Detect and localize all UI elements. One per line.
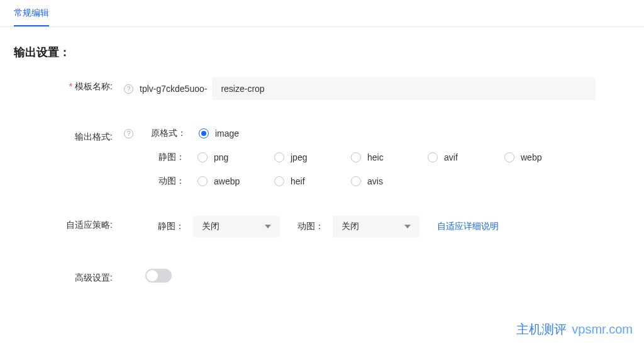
required-indicator: * xyxy=(69,81,72,91)
radio-image[interactable]: image xyxy=(199,128,248,138)
radio-circle-icon xyxy=(274,176,284,186)
row-output-format: 输出格式: ? 原格式： image 静图： png xyxy=(0,110,644,197)
template-name-prefix: tplv-g7ckde5uoo- xyxy=(140,84,207,94)
radio-circle-icon xyxy=(274,152,284,162)
radio-avis[interactable]: avis xyxy=(351,176,400,186)
sublabel-static: 静图： xyxy=(140,152,189,163)
help-icon[interactable]: ? xyxy=(124,84,133,94)
row-template-name: *模板名称: ? tplv-g7ckde5uoo- xyxy=(0,67,644,110)
radio-circle-icon xyxy=(197,176,208,186)
radio-circle-icon xyxy=(504,152,514,162)
radio-webp[interactable]: webp xyxy=(504,152,553,162)
radio-heif[interactable]: heif xyxy=(274,176,323,186)
strategy-static-label: 静图： xyxy=(158,221,184,232)
label-output-format: 输出格式: xyxy=(14,128,124,143)
sublabel-original: 原格式： xyxy=(151,128,190,139)
radio-circle-icon xyxy=(197,152,208,162)
section-title-output: 输出设置： xyxy=(0,27,644,67)
template-name-input[interactable] xyxy=(212,77,596,100)
radio-circle-icon xyxy=(428,152,438,162)
label-adaptive-strategy: 自适应策略: xyxy=(14,216,124,231)
radio-jpeg[interactable]: jpeg xyxy=(274,152,323,162)
select-static-strategy[interactable]: 关闭 xyxy=(193,216,280,237)
toggle-knob xyxy=(147,270,158,281)
strategy-animated-label: 动图： xyxy=(297,221,324,232)
radio-circle-icon xyxy=(199,128,209,138)
chevron-down-icon xyxy=(404,225,411,228)
link-adaptive-details[interactable]: 自适应详细说明 xyxy=(437,221,499,232)
tab-regular-edit[interactable]: 常规编辑 xyxy=(14,0,49,26)
row-adaptive-strategy: 自适应策略: 静图： 关闭 动图： 关闭 自适应详细说明 xyxy=(0,197,644,247)
label-template-name: *模板名称: xyxy=(14,77,124,93)
radio-circle-icon xyxy=(351,152,361,162)
help-icon[interactable]: ? xyxy=(124,129,133,138)
label-advanced-settings: 高级设置: xyxy=(14,269,124,284)
watermark: 主机测评vpsmr.com xyxy=(516,321,633,338)
select-animated-strategy[interactable]: 关闭 xyxy=(333,216,419,237)
radio-avif[interactable]: avif xyxy=(428,152,477,162)
radio-heic[interactable]: heic xyxy=(351,152,400,162)
radio-circle-icon xyxy=(351,176,361,186)
tab-bar: 常规编辑 xyxy=(0,0,644,27)
row-advanced-settings: 高级设置: xyxy=(0,247,644,294)
sublabel-animated: 动图： xyxy=(140,176,189,187)
toggle-advanced[interactable] xyxy=(145,269,172,283)
radio-awebp[interactable]: awebp xyxy=(197,176,247,186)
chevron-down-icon xyxy=(265,225,271,228)
radio-png[interactable]: png xyxy=(197,152,247,162)
